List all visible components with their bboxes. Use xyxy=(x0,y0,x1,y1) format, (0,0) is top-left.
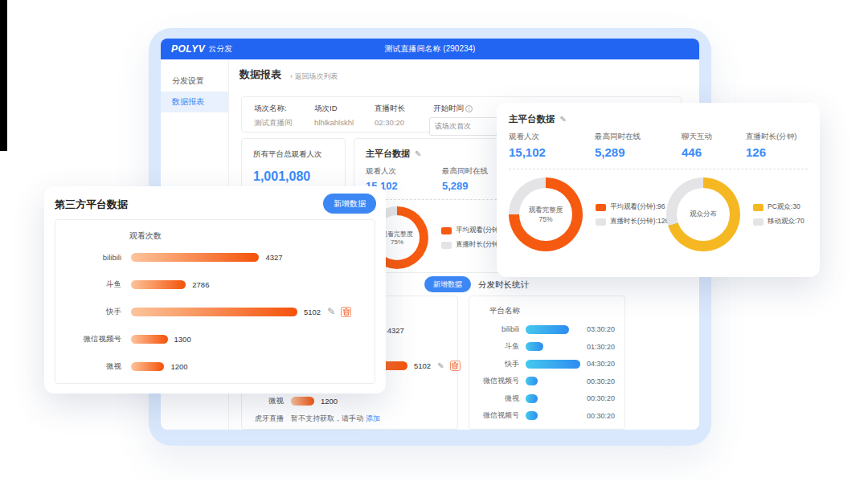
bar xyxy=(131,362,164,371)
legend-label: 直播时长(分钟):126 xyxy=(610,217,669,226)
distribution-row: bilibili 03:30:20 xyxy=(469,324,615,334)
distribution-duration-card: 平台名称 bilibili 03:30:20 斗鱼 01:30:20 xyxy=(469,296,625,430)
bar-value: 1300 xyxy=(174,335,191,344)
card-title-row: 主平台数据 ✎ xyxy=(509,113,808,125)
stat-label: 观看人次 xyxy=(509,132,595,142)
unsupported-platform-note: 虎牙直播 暂不支持获取，请手动 添加 xyxy=(242,414,457,423)
back-chevron-icon: ‹ xyxy=(290,72,293,80)
duration-value: 00:30:20 xyxy=(580,377,615,385)
bar-label: 快手 xyxy=(469,359,519,369)
edit-icon[interactable]: ✎ xyxy=(437,361,444,370)
bar xyxy=(526,342,543,351)
field-label-text: 开始时间 xyxy=(433,104,464,112)
bar-value: 1200 xyxy=(321,397,338,406)
legend-item: 平均观看(分钟):96 xyxy=(596,202,669,212)
polyv-logo: POLYV 云分发 xyxy=(171,39,232,59)
sidebar-item-data-report[interactable]: 数据报表 xyxy=(161,92,228,112)
bar-label: 微信视频号 xyxy=(469,410,519,421)
bar-row: 微视 1200 xyxy=(242,396,457,406)
bar xyxy=(526,377,538,385)
app-header: POLYV 云分发 测试直播间名称 (290234) xyxy=(161,39,699,59)
donut-label: 观看完整度 xyxy=(381,230,413,238)
legend-swatch xyxy=(441,242,452,249)
total-views-title: 所有平台总观看人次 xyxy=(253,149,334,160)
bar-label: 斗鱼 xyxy=(55,279,121,290)
bar-value: 4327 xyxy=(387,326,404,335)
bar-row: 斗鱼 2786 xyxy=(55,279,375,289)
distribution-title: 分发时长统计 xyxy=(478,279,529,291)
legend-swatch xyxy=(753,204,764,211)
distribution-rows: bilibili 03:30:20 斗鱼 01:30:20 快手 xyxy=(469,324,615,421)
bar xyxy=(291,397,314,406)
letterbox-strip xyxy=(0,0,7,151)
third-party-data-card: 第三方平台数据 新增数据 观看次数 bilibili 4327 斗鱼 2786 … xyxy=(44,186,386,393)
bar-label: 微视 xyxy=(469,393,519,404)
field-label: 开始时间i xyxy=(433,104,506,114)
charts-row: 观看完整度 75% 平均观看(分钟):96 直播时长(分钟):126 xyxy=(509,177,808,251)
donut-center-label: 观看完整度 75% xyxy=(519,188,572,241)
bar xyxy=(526,411,538,420)
donut-center-label: 观众分布 xyxy=(677,188,730,241)
bar-track xyxy=(526,411,580,420)
donut-value: 75% xyxy=(391,238,403,246)
bar-track xyxy=(526,394,580,403)
bar-label: 微视 xyxy=(242,396,284,406)
stat-peak-online: 最高同时在线 5,289 xyxy=(595,132,682,159)
audience-donut: 观众分布 xyxy=(666,177,740,251)
edit-icon[interactable]: ✎ xyxy=(415,149,421,158)
main-platform-float-card: 主平台数据 ✎ 观看人次 15,102 最高同时在线 5,289 聊天互动 44… xyxy=(497,103,820,277)
bar xyxy=(526,394,538,403)
donut-label: 观众分布 xyxy=(690,210,717,219)
edit-icon[interactable]: ✎ xyxy=(560,115,567,124)
edit-icon[interactable]: ✎ xyxy=(327,306,335,317)
stat-label: 最高同时在线 xyxy=(595,132,682,142)
stat-value: 15,102 xyxy=(509,145,595,159)
info-icon[interactable]: i xyxy=(465,105,473,112)
main-platform-title: 主平台数据 xyxy=(509,113,555,125)
distribution-row: 微信视频号 00:30:20 xyxy=(469,377,615,386)
bar-row: 快手 5102 ✎ xyxy=(55,307,375,316)
duration-value: 04:30:20 xyxy=(580,360,615,368)
page-title: 数据报表 xyxy=(240,67,281,82)
views-chart-header: 观看次数 xyxy=(129,230,375,242)
views-chart-box: 观看次数 bilibili 4327 斗鱼 2786 快手 5102 xyxy=(55,219,375,384)
logo-suffix: 云分发 xyxy=(208,43,232,55)
back-to-session-list-link[interactable]: ‹ 返回场次列表 xyxy=(290,71,338,82)
bar-label: 微信视频号 xyxy=(469,376,519,386)
dashed-divider xyxy=(509,169,808,169)
completion-chart: 观看完整度 75% 平均观看(分钟):96 直播时长(分钟):126 xyxy=(509,177,666,251)
bar-row: bilibili 4327 xyxy=(55,252,375,262)
bar-value: 5102 xyxy=(304,308,321,316)
distribution-row: 快手 04:30:20 xyxy=(469,359,615,369)
bar xyxy=(131,308,297,316)
distribution-row: 微信视频号 00:30:20 xyxy=(469,411,615,421)
legend-label: 移动观众:70 xyxy=(768,217,805,226)
add-data-button[interactable]: 新增数据 xyxy=(323,194,376,214)
bar-value: 1200 xyxy=(170,362,187,371)
sidebar-item-distribution-settings[interactable]: 分发设置 xyxy=(161,71,228,92)
bar-label: bilibili xyxy=(469,325,519,333)
bar xyxy=(131,335,168,344)
legend-label: PC观众:30 xyxy=(768,202,800,212)
delete-icon[interactable] xyxy=(341,307,351,317)
views-chart-rows: bilibili 4327 斗鱼 2786 快手 5102 ✎ xyxy=(55,252,375,389)
field-value: 测试直播间 xyxy=(254,118,314,128)
bar xyxy=(526,360,580,369)
completion-legend: 平均观看(分钟):96 直播时长(分钟):126 xyxy=(596,202,669,226)
legend-swatch xyxy=(596,218,606,226)
note-text: 暂不支持获取，请手动 xyxy=(291,414,363,424)
bar xyxy=(131,280,186,289)
add-manually-link[interactable]: 添加 xyxy=(366,414,380,424)
delete-icon[interactable] xyxy=(450,361,461,371)
completion-donut: 观看完整度 75% xyxy=(509,177,583,251)
bar-row: 微信视频号 1300 xyxy=(55,334,375,344)
donut-label: 观看完整度 xyxy=(529,206,563,215)
legend-item: 移动观众:70 xyxy=(753,217,805,226)
duration-value: 00:30:20 xyxy=(580,394,615,402)
stat-label: 直播时长(分钟) xyxy=(746,132,796,142)
screenshot-canvas: POLYV 云分发 测试直播间名称 (290234) 分发设置 数据报表 数据报… xyxy=(0,0,868,481)
add-data-button[interactable]: 新增数据 xyxy=(424,276,471,292)
bar xyxy=(526,325,569,334)
legend-swatch xyxy=(596,204,606,211)
start-time-dropdown[interactable]: 该场次首次 xyxy=(429,117,498,136)
